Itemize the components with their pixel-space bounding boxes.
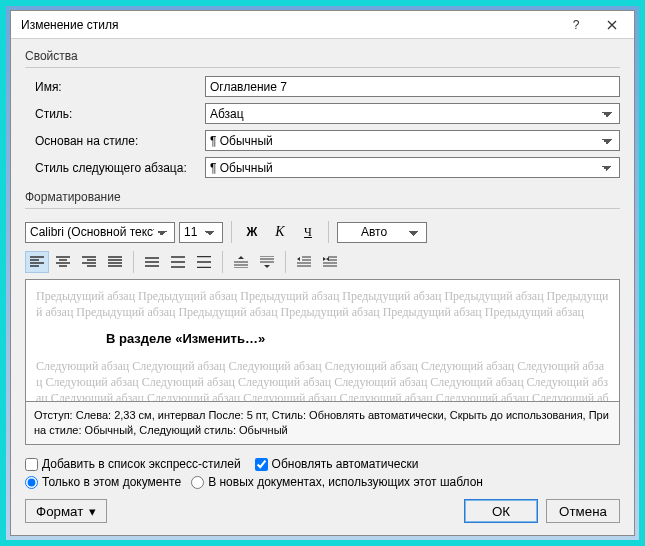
cancel-button[interactable]: Отмена bbox=[546, 499, 620, 523]
group-formatting-label: Форматирование bbox=[25, 190, 620, 204]
style-type-select[interactable]: Абзац bbox=[205, 103, 620, 124]
paragraph-toolbar bbox=[25, 251, 620, 273]
align-right-button[interactable] bbox=[77, 251, 101, 273]
space-before-inc-button[interactable] bbox=[229, 251, 253, 273]
font-size-select[interactable]: 11 bbox=[179, 222, 223, 243]
line-spacing-1-button[interactable] bbox=[140, 251, 164, 273]
name-label: Имя: bbox=[25, 80, 205, 94]
font-color-select[interactable]: Авто bbox=[337, 222, 427, 243]
space-before-dec-button[interactable] bbox=[255, 251, 279, 273]
italic-button[interactable]: К bbox=[268, 221, 292, 243]
chevron-down-icon: ▾ bbox=[89, 504, 96, 519]
based-on-select[interactable]: ¶ Обычный bbox=[205, 130, 620, 151]
preview-before-text: Предыдущий абзац Предыдущий абзац Предыд… bbox=[36, 288, 609, 320]
align-center-button[interactable] bbox=[51, 251, 75, 273]
preview-pane: Предыдущий абзац Предыдущий абзац Предыд… bbox=[25, 279, 620, 402]
align-justify-button[interactable] bbox=[103, 251, 127, 273]
underline-button[interactable]: Ч bbox=[296, 221, 320, 243]
align-left-button[interactable] bbox=[25, 251, 49, 273]
line-spacing-15-button[interactable] bbox=[166, 251, 190, 273]
preview-sample-text: В разделе «Изменить…» bbox=[106, 330, 609, 348]
formatting-toolbar: Calibri (Основной текст) 11 Ж К Ч Авто bbox=[25, 221, 620, 243]
only-this-doc-radio[interactable]: Только в этом документе bbox=[25, 475, 181, 489]
indent-increase-button[interactable] bbox=[318, 251, 342, 273]
divider bbox=[25, 208, 620, 209]
new-docs-radio[interactable]: В новых документах, использующих этот ша… bbox=[191, 475, 483, 489]
close-button[interactable] bbox=[594, 13, 630, 37]
style-type-label: Стиль: bbox=[25, 107, 205, 121]
add-quick-styles-checkbox[interactable]: Добавить в список экспресс-стилей bbox=[25, 457, 241, 471]
style-description: Отступ: Слева: 2,33 см, интервал После: … bbox=[25, 402, 620, 445]
ok-button[interactable]: ОК bbox=[464, 499, 538, 523]
indent-decrease-button[interactable] bbox=[292, 251, 316, 273]
format-menu-button[interactable]: Формат ▾ bbox=[25, 499, 107, 523]
name-input[interactable] bbox=[205, 76, 620, 97]
divider bbox=[25, 67, 620, 68]
font-name-select[interactable]: Calibri (Основной текст) bbox=[25, 222, 175, 243]
titlebar: Изменение стиля ? bbox=[11, 11, 634, 39]
dialog-title: Изменение стиля bbox=[21, 18, 558, 32]
bold-button[interactable]: Ж bbox=[240, 221, 264, 243]
preview-after-text: Следующий абзац Следующий абзац Следующи… bbox=[36, 358, 609, 402]
close-icon bbox=[607, 20, 617, 30]
modify-style-dialog: Изменение стиля ? Свойства Имя: Стиль: А… bbox=[10, 10, 635, 536]
next-style-label: Стиль следующего абзаца: bbox=[25, 161, 205, 175]
line-spacing-2-button[interactable] bbox=[192, 251, 216, 273]
auto-update-checkbox[interactable]: Обновлять автоматически bbox=[255, 457, 419, 471]
group-properties-label: Свойства bbox=[25, 49, 620, 63]
based-on-label: Основан на стиле: bbox=[25, 134, 205, 148]
help-button[interactable]: ? bbox=[558, 13, 594, 37]
next-style-select[interactable]: ¶ Обычный bbox=[205, 157, 620, 178]
